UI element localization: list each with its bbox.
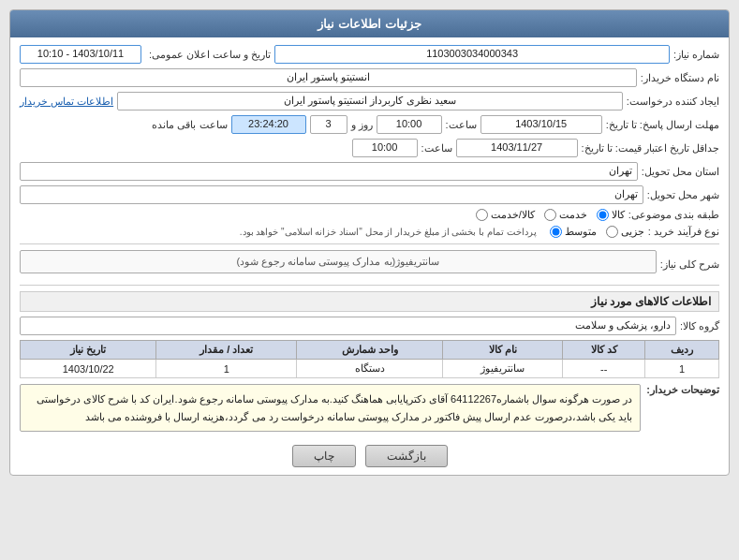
panel-body: شماره نیاز: 1103003034000343 تاریخ و ساع… bbox=[10, 37, 729, 475]
noeFarayand-row: نوع فرآیند خرید : متوسط جزیی پرداخت تمام… bbox=[20, 226, 719, 238]
groupKala-value: دارو، پزشکی و سلامت bbox=[20, 317, 676, 335]
mohlatErsal-saat: 10:00 bbox=[377, 115, 442, 134]
col-radif: ردیف bbox=[645, 341, 719, 360]
tabaghebandi-options: کالا/خدمت خدمت کالا bbox=[476, 209, 625, 221]
col-tarikh: تاریخ نیاز bbox=[21, 341, 156, 360]
tabaghebandi-label: طبقه بندی موضوعی: bbox=[628, 209, 719, 221]
infoSection-title: اطلاعات کالاهای مورد نیاز bbox=[20, 291, 719, 312]
cell-vahed: دستگاه bbox=[297, 360, 443, 378]
cell-radif: 1 bbox=[645, 360, 719, 378]
col-vahed: واحد شمارش bbox=[297, 341, 443, 360]
back-button[interactable]: بازگشت bbox=[365, 445, 448, 467]
noeFarayand-jozi[interactable]: جزیی bbox=[606, 226, 644, 238]
groupKala-label: گروه کالا: bbox=[680, 320, 719, 332]
col-kodKala: کد کالا bbox=[563, 341, 645, 360]
page-wrapper: جزئیات اطلاعات نیاز شماره نیاز: 11030030… bbox=[0, 0, 739, 560]
cell-kodKala: -- bbox=[563, 360, 645, 378]
description-label: توضیحات خریدار: bbox=[646, 384, 719, 396]
shomareNiaz-row: شماره نیاز: 1103003034000343 تاریخ و ساع… bbox=[20, 45, 719, 64]
tabaghebandi-kala-khidmat[interactable]: کالا/خدمت bbox=[476, 209, 535, 221]
taarifKali-label: شرح کلی نیاز: bbox=[660, 258, 719, 271]
shahr-value: تهران bbox=[20, 185, 643, 204]
tabaghebandi-kala[interactable]: کالا bbox=[597, 209, 625, 221]
noeFarayand-motevaset[interactable]: متوسط bbox=[550, 226, 597, 238]
divider1 bbox=[20, 243, 719, 244]
cell-tedad: 1 bbox=[156, 360, 297, 378]
button-row: بازگشت چاپ bbox=[20, 445, 719, 467]
tabaghebandi-khidmat[interactable]: خدمت bbox=[544, 209, 587, 221]
ostan-label: استان محل تحویل: bbox=[642, 166, 719, 178]
tarikh-elan-label: تاریخ و ساعت اعلان عمومی: bbox=[149, 49, 271, 61]
cell-namKala: سانتریفیوژ bbox=[443, 360, 563, 378]
mohlatErsal-mande: 23:24:20 bbox=[231, 115, 306, 134]
jadaval-date: 1403/11/27 bbox=[456, 139, 578, 157]
description-row: توضیحات خریدار: در صورت هرگونه سوال باشم… bbox=[20, 384, 719, 439]
taarifKali-row: شرح کلی نیاز: سانتریفیوژ(به مدارک پیوستی… bbox=[20, 250, 719, 279]
mohlatErsal-row: مهلت ارسال پاسخ: تا تاریخ: 1403/10/15 سا… bbox=[20, 115, 719, 134]
divider2 bbox=[20, 285, 719, 286]
groupKala-row: گروه کالا: دارو، پزشکی و سلامت bbox=[20, 317, 719, 335]
ostan-row: استان محل تحویل: تهران bbox=[20, 162, 719, 181]
items-table: ردیف کد کالا نام کالا واحد شمارش تعداد /… bbox=[20, 340, 719, 378]
mohlatErsal-mande-label: ساعت باقی مانده bbox=[152, 119, 227, 131]
mohlatErsal-roz: 3 bbox=[310, 115, 347, 134]
shomareNiaz-label: شماره نیاز: bbox=[673, 49, 719, 61]
shahr-row: شهر محل تحویل: تهران bbox=[20, 185, 719, 204]
tarikh-elan-value: 1403/10/11 - 10:10 bbox=[20, 45, 141, 64]
mohlatErsal-saat-label: ساعت: bbox=[446, 119, 477, 131]
ijadKonande-label: ایجاد کننده درخواست: bbox=[627, 96, 719, 108]
ijadKonande-row: ایجاد کننده درخواست: سعید نظری کاربرداز … bbox=[20, 92, 719, 111]
shahr-label: شهر محل تحویل: bbox=[647, 189, 719, 201]
jadaval-row: جداقل تاریخ اعتبار قیمت: تا تاریخ: 1403/… bbox=[20, 139, 719, 157]
noeFarayand-options: متوسط جزیی bbox=[550, 226, 644, 238]
jadaval-saat-label: ساعت: bbox=[421, 142, 452, 155]
panel-header: جزئیات اطلاعات نیاز bbox=[10, 10, 729, 37]
shomareNiaz-value: 1103003034000343 bbox=[274, 45, 670, 64]
taarifKali-value: سانتریفیوژ(به مدارک پیوستی سامانه رجوع ش… bbox=[20, 250, 657, 273]
print-button[interactable]: چاپ bbox=[292, 445, 356, 467]
mohlatErsal-roz-label: روز و bbox=[351, 119, 373, 131]
namDastgah-value: انستیتو پاستور ایران bbox=[20, 68, 637, 87]
noeFarayand-note: پرداخت تمام با بخشی از مبلغ خریدار از مح… bbox=[240, 227, 537, 237]
namDastgah-row: نام دستگاه خریدار: انستیتو پاستور ایران bbox=[20, 68, 719, 87]
ostan-value: تهران bbox=[20, 162, 638, 181]
main-panel: جزئیات اطلاعات نیاز شماره نیاز: 11030030… bbox=[9, 9, 730, 476]
mohlatErsal-date: 1403/10/15 bbox=[480, 115, 602, 134]
jadaval-label: جداقل تاریخ اعتبار قیمت: تا تاریخ: bbox=[582, 142, 719, 155]
tabaghebandi-row: طبقه بندی موضوعی: کالا/خدمت خدمت کالا bbox=[20, 209, 719, 221]
panel-title: جزئیات اطلاعات نیاز bbox=[318, 17, 421, 31]
ijadKonande-value: سعید نظری کاربرداز انستیتو پاستور ایران bbox=[117, 92, 623, 111]
table-row: 1 -- سانتریفیوژ دستگاه 1 1403/10/22 bbox=[21, 360, 719, 378]
col-namKala: نام کالا bbox=[443, 341, 563, 360]
jadaval-saat: 10:00 bbox=[352, 139, 418, 157]
noeFarayand-label: نوع فرآیند خرید : bbox=[648, 226, 719, 238]
cell-tarikh: 1403/10/22 bbox=[21, 360, 156, 378]
mohlatErsal-label: مهلت ارسال پاسخ: تا تاریخ: bbox=[606, 119, 719, 131]
etelaatTamas-link[interactable]: اطلاعات تماس خریدار bbox=[20, 96, 113, 108]
description-text: در صورت هرگونه سوال باشماره64112267 آقای… bbox=[20, 384, 641, 432]
col-tedad: تعداد / مقدار bbox=[156, 341, 297, 360]
namDastgah-label: نام دستگاه خریدار: bbox=[641, 72, 719, 84]
